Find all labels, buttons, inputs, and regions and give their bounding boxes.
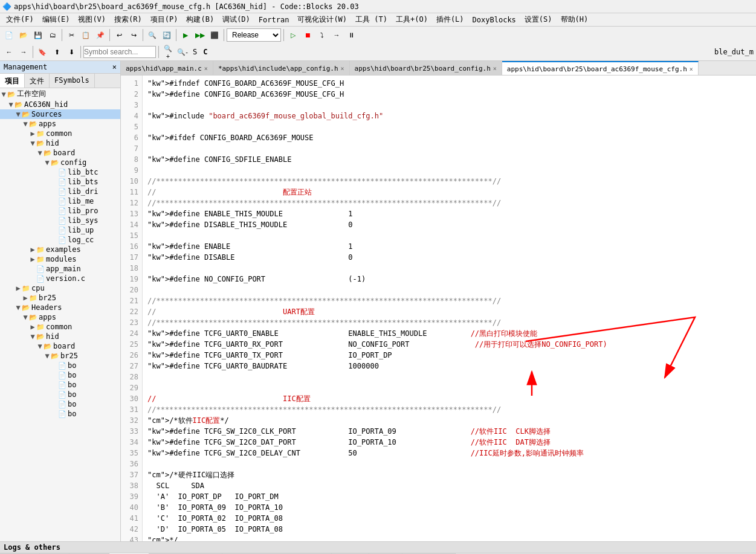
menu-bar: 文件(F)编辑(E)视图(V)搜索(R)项目(P)构建(B)调试(D)Fortr… (0, 13, 756, 27)
menu-item-Fortran[interactable]: Fortran (255, 14, 293, 25)
tree-item-lib_dri[interactable]: lib_dri (0, 187, 120, 196)
menu-item-DoxyBlocks[interactable]: DoxyBlocks (469, 14, 520, 25)
tree-item-lib_up[interactable]: lib_up (0, 225, 120, 235)
tree-item-h_hid[interactable]: ▼hid (0, 332, 120, 341)
tree-item-lib_pro[interactable]: lib_pro (0, 206, 120, 216)
zoom-out-btn[interactable]: 🔍- (176, 45, 189, 59)
tab-close-apps_hid_board_br25_board_config_h[interactable]: × (493, 65, 497, 72)
panel-tab-FSymbols[interactable]: FSymbols (50, 74, 95, 88)
new-btn[interactable]: 📄 (2, 28, 16, 42)
tree-item-apps[interactable]: ▼apps (0, 119, 120, 129)
menu-item-O[interactable]: 工具+(O) (392, 13, 431, 26)
menu-item-R[interactable]: 搜索(R) (111, 13, 146, 26)
debug-next-btn[interactable]: → (330, 28, 343, 42)
tree-item-examples[interactable]: ▶examples (0, 245, 120, 254)
folder-icon-config (51, 158, 59, 167)
next-bookmark-btn[interactable]: ⬇ (65, 45, 78, 59)
line-num-42: 42 (124, 524, 138, 535)
back-btn[interactable]: ← (2, 45, 16, 59)
bookmark-btn[interactable]: 🔖 (36, 45, 49, 59)
tree-item-hid[interactable]: ▼hid (0, 138, 120, 148)
tree-item-h_br25[interactable]: ▼br25 (0, 351, 120, 361)
paste-btn[interactable]: 📌 (94, 28, 107, 42)
symbol-search-input[interactable] (83, 46, 156, 58)
tree-item-modules[interactable]: ▶modules (0, 254, 120, 264)
run-btn[interactable]: ▶▶ (193, 28, 207, 42)
undo-btn[interactable]: ↩ (112, 28, 126, 42)
fwd-btn[interactable]: → (17, 45, 30, 59)
tree-item-lib_btc[interactable]: lib_btc (0, 167, 120, 177)
tree-item-h_bo4[interactable]: bo (0, 390, 120, 399)
panel-tab-项目[interactable]: 项目 (0, 74, 25, 88)
tree-item-lib_bts[interactable]: lib_bts (0, 177, 120, 187)
tree-item-ac636n_hid[interactable]: ▼AC636N_hid (0, 100, 120, 109)
tree-item-h_bo5[interactable]: bo (0, 399, 120, 409)
menu-item-P[interactable]: 项目(P) (147, 13, 182, 26)
menu-item-E[interactable]: 编辑(E) (39, 13, 74, 26)
code-tab-apps_hid_board_br25_board_config_h[interactable]: apps\hid\board\br25\board_config.h× (350, 61, 502, 76)
build-btn[interactable]: ▶ (179, 28, 192, 42)
tree-item-app_main[interactable]: app_main (0, 264, 120, 274)
tree-item-lib_me[interactable]: lib_me (0, 196, 120, 206)
redo-btn[interactable]: ↪ (127, 28, 140, 42)
copy-btn[interactable]: 📋 (79, 28, 92, 42)
code-tab-apps_hid_board_br25_board_ac6369f_mouse_cfg_h[interactable]: apps\hid\board\br25\board_ac6369f_mouse_… (502, 61, 699, 76)
tab-close-apps_hid_board_br25_board_ac6369f_mouse_cfg_h[interactable]: × (690, 66, 693, 72)
debug-pause-btn[interactable]: ⏸ (344, 28, 358, 42)
panel-close-btn[interactable]: × (112, 63, 117, 71)
tree-item-br25[interactable]: ▶br25 (0, 293, 120, 303)
tab-close-apps_hid_app_main_c[interactable]: × (204, 65, 208, 72)
save-all-btn[interactable]: 🗂 (46, 28, 59, 42)
code-tab-_apps_hid_include_app_config_h[interactable]: *apps\hid\include\app_config.h× (213, 61, 350, 76)
code-text[interactable]: "kw">#ifndef CONFIG_BOARD_AC6369F_MOUSE_… (143, 76, 756, 541)
panel-tab-文件[interactable]: 文件 (25, 74, 50, 88)
save-btn[interactable]: 💾 (31, 28, 45, 42)
debug-step-btn[interactable]: ⤵ (315, 28, 329, 42)
replace-btn[interactable]: 🔄 (160, 28, 173, 42)
tree-item-headers[interactable]: ▼Headers (0, 303, 120, 312)
menu-item-B[interactable]: 构建(B) (183, 13, 218, 26)
tree-item-common[interactable]: ▶common (0, 129, 120, 138)
find-btn[interactable]: 🔍 (146, 28, 159, 42)
file-icon-lib_bts (58, 178, 66, 186)
menu-item-F[interactable]: 文件(F) (2, 13, 37, 26)
tree-item-sources[interactable]: ▼Sources (0, 109, 120, 119)
debug-start-btn[interactable]: ▷ (286, 28, 300, 42)
management-header: Management × (0, 61, 120, 74)
menu-item-T[interactable]: 工具 (T) (352, 13, 391, 26)
tree-item-version.c[interactable]: version.c (0, 274, 120, 283)
title-text: apps\hid\board\br25\board_ac6369f_mouse_… (14, 2, 359, 11)
code-line-35: "kw">#define TCFG_SW_I2C0_DELAY_CNT 50 /… (147, 448, 751, 459)
tree-item-workspace[interactable]: ▼工作空间 (0, 88, 120, 100)
debug-stop-btn[interactable]: ⏹ (301, 28, 314, 42)
build-config-dropdown[interactable]: Release (227, 28, 281, 42)
tree-item-h_board[interactable]: ▼board (0, 341, 120, 351)
menu-item-L[interactable]: 插件(L) (433, 13, 468, 26)
tree-item-h_bo1[interactable]: bo (0, 361, 120, 370)
tree-item-h_bo6[interactable]: bo (0, 409, 120, 419)
code-tab-apps_hid_app_main_c[interactable]: apps\hid\app_main.c× (121, 61, 213, 76)
tree-item-log_cc[interactable]: log_cc (0, 235, 120, 245)
tree-area[interactable]: ▼工作空间▼AC636N_hid▼Sources▼apps▶common▼hid… (0, 88, 120, 541)
tree-item-h_apps[interactable]: ▼apps (0, 312, 120, 322)
code-editor[interactable]: 1234567891011121314151617181920212223242… (121, 76, 756, 541)
open-btn[interactable]: 📂 (17, 28, 30, 42)
menu-item-S[interactable]: 设置(S) (521, 13, 556, 26)
menu-item-W[interactable]: 可视化设计(W) (294, 13, 351, 26)
menu-item-V[interactable]: 视图(V) (74, 13, 109, 26)
prev-bookmark-btn[interactable]: ⬆ (50, 45, 63, 59)
tree-item-board[interactable]: ▼board (0, 148, 120, 158)
menu-item-D[interactable]: 调试(D) (219, 13, 254, 26)
code-line-16: "kw">#define ENABLE 1 (147, 241, 751, 252)
tab-close-_apps_hid_include_app_config_h[interactable]: × (341, 65, 344, 72)
tree-item-cpu[interactable]: ▶cpu (0, 283, 120, 293)
tree-item-config[interactable]: ▼config (0, 158, 120, 167)
tree-item-h_bo3[interactable]: bo (0, 380, 120, 390)
tree-item-h_common[interactable]: ▶common (0, 322, 120, 332)
menu-item-H[interactable]: 帮助(H) (557, 13, 592, 26)
stop-btn[interactable]: ⬛ (208, 28, 221, 42)
tree-item-lib_sys[interactable]: lib_sys (0, 216, 120, 225)
zoom-in-btn[interactable]: 🔍+ (161, 45, 175, 59)
cut-btn[interactable]: ✂ (65, 28, 78, 42)
tree-item-h_bo2[interactable]: bo (0, 370, 120, 380)
